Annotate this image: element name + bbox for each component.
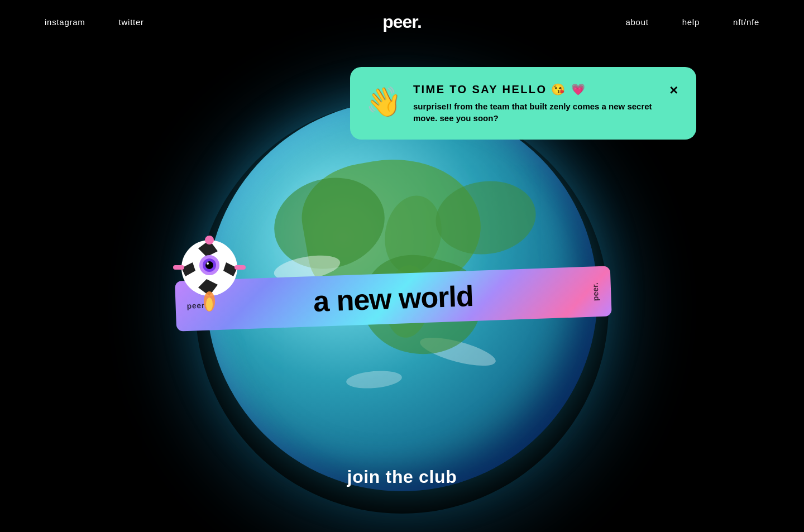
navigation: instagram twitter peer. about help nft/n…	[0, 0, 804, 44]
notification-subtitle: surprise!! from the team that built zenl…	[413, 100, 658, 124]
twitter-link[interactable]: twitter	[119, 17, 144, 27]
notification-title: TIME TO SAY HELLO 😘 💗	[413, 83, 658, 96]
svg-point-11	[207, 262, 209, 265]
notification-card: 👋 TIME TO SAY HELLO 😘 💗 surprise!! from …	[350, 67, 696, 140]
notification-close-button[interactable]: ✕	[669, 84, 678, 97]
svg-point-6	[346, 369, 403, 391]
svg-rect-14	[234, 265, 246, 270]
svg-point-5	[418, 332, 499, 371]
site-logo[interactable]: peer.	[382, 12, 422, 32]
svg-point-3	[431, 175, 540, 261]
page-wrapper: instagram twitter peer. about help nft/n…	[0, 0, 804, 532]
logo-text: peer.	[382, 12, 422, 32]
notification-content: TIME TO SAY HELLO 😘 💗 surprise!! from th…	[413, 83, 658, 124]
banner-peer-right: peer.	[591, 282, 600, 301]
svg-point-1	[379, 191, 448, 277]
nav-left: instagram twitter	[45, 17, 144, 27]
svg-point-12	[205, 236, 214, 245]
svg-point-10	[205, 261, 213, 269]
nav-right: about help nft/nfe	[625, 17, 759, 27]
nft-link[interactable]: nft/nfe	[733, 17, 759, 27]
robot-character	[173, 232, 246, 315]
svg-point-16	[206, 298, 213, 311]
svg-rect-13	[173, 265, 184, 270]
about-link[interactable]: about	[625, 17, 648, 27]
join-text: join the club	[347, 467, 457, 487]
join-section: join the club	[347, 467, 457, 487]
instagram-link[interactable]: instagram	[45, 17, 85, 27]
help-link[interactable]: help	[682, 17, 700, 27]
banner-main-text: a new world	[313, 279, 474, 318]
wave-emoji: 👋	[366, 85, 402, 119]
robot-svg	[173, 232, 246, 315]
